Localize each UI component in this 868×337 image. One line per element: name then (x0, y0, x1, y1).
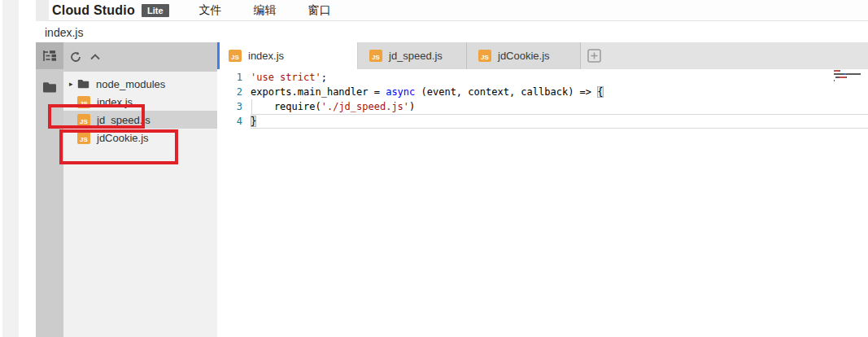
annotation-box-jdcookie-js (59, 129, 178, 164)
js-file-icon: JS (369, 50, 382, 62)
project-view-button[interactable] (36, 73, 63, 100)
cloud-studio-window: Cloud Studio Lite 文件 编辑 窗口 index.js (36, 0, 868, 337)
tree-item-node-modules[interactable]: ▸ node_modules (63, 75, 217, 93)
code-line-2: exports.main_handler = async (event, con… (251, 85, 868, 99)
editor-region: JS index.js JS jd_speed.js JS jdCookie.j… (217, 42, 868, 337)
code-content[interactable]: 'use strict'; exports.main_handler = asy… (251, 69, 868, 337)
minimap[interactable] (834, 70, 868, 94)
js-file-icon: JS (229, 50, 242, 62)
chevron-up-icon (90, 54, 100, 60)
tab-label: jdCookie.js (498, 50, 550, 62)
main-region: ▸ node_modules JS index.js (36, 42, 868, 337)
tab-label: jd_speed.js (389, 50, 443, 62)
plus-icon (587, 49, 601, 63)
file-tree-icon (42, 50, 57, 62)
minimap-token (846, 73, 860, 75)
app-brand: Cloud Studio (52, 3, 135, 18)
lite-badge: Lite (142, 4, 169, 17)
tree-item-label: node_modules (96, 78, 165, 90)
tab-jd-speed-js[interactable]: JS jd_speed.js (358, 42, 467, 69)
annotation-box-jd-speed-js (48, 104, 145, 129)
minimap-token (834, 70, 840, 72)
menu-edit[interactable]: 编辑 (254, 3, 277, 18)
menu-bar-corner (36, 0, 49, 21)
menu-file[interactable]: 文件 (199, 3, 222, 18)
menu-window[interactable]: 窗口 (308, 3, 331, 18)
code-line-4: } (251, 114, 868, 129)
folder-icon (42, 81, 57, 93)
tab-index-js[interactable]: JS index.js (217, 42, 358, 69)
line-number: 3 (217, 99, 251, 114)
minimap-token (834, 73, 844, 75)
file-explorer-panel: ▸ node_modules JS index.js (63, 42, 217, 337)
breadcrumb: index.js (36, 22, 868, 42)
js-file-icon: JS (478, 50, 491, 62)
menu-bar: Cloud Studio Lite 文件 编辑 窗口 (36, 0, 868, 21)
menu-items: 文件 编辑 窗口 (199, 3, 363, 18)
explorer-view-button[interactable] (36, 42, 63, 69)
code-line-3: require('./jd_speed.js') (251, 99, 868, 114)
line-number-gutter: 1 2 3 4 (217, 69, 251, 337)
page-margin-strip (2, 0, 19, 337)
tab-label: index.js (248, 50, 284, 62)
line-number: 4 (217, 114, 251, 129)
explorer-toolbar (63, 42, 217, 72)
screenshot-root: Cloud Studio Lite 文件 编辑 窗口 index.js (0, 0, 868, 337)
minimap-token (860, 73, 861, 75)
refresh-button[interactable] (69, 50, 82, 63)
code-line-1: 'use strict'; (251, 70, 868, 85)
minimap-token (834, 80, 835, 81)
code-editor[interactable]: 1 2 3 4 'use strict'; exports.main_handl… (217, 69, 868, 337)
activity-bar (36, 42, 63, 337)
minimap-token (846, 77, 847, 78)
folder-icon (77, 79, 89, 89)
expand-arrow-icon[interactable]: ▸ (69, 80, 77, 88)
line-number: 2 (217, 85, 251, 99)
minimap-token (840, 70, 840, 72)
tab-bar: JS index.js JS jd_speed.js JS jdCookie.j… (217, 42, 868, 69)
tab-jdcookie-js[interactable]: JS jdCookie.js (467, 42, 581, 69)
refresh-icon (70, 51, 81, 63)
new-tab-button[interactable] (581, 42, 608, 69)
breadcrumb-path: index.js (45, 26, 83, 39)
minimap-token (840, 77, 846, 78)
line-number: 1 (217, 70, 251, 85)
collapse-all-button[interactable] (89, 50, 102, 63)
